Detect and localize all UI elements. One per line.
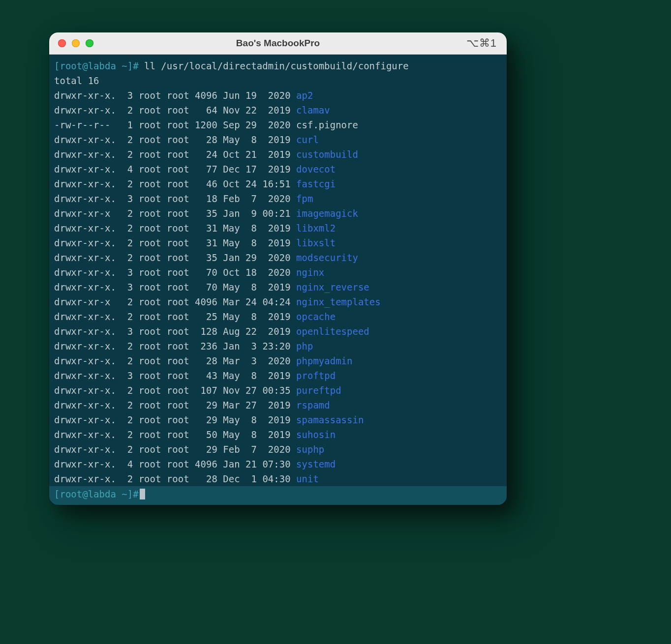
entry-name: rspamd [296,400,330,410]
entry-name: dovecot [296,164,336,175]
command-text: ll /usr/local/directadmin/custombuild/co… [144,60,409,71]
total-line: total 16 [54,75,99,86]
list-item: drwxr-xr-x. 2 root root 35 Jan 29 2020 m… [54,252,358,263]
entry-name: suhosin [296,429,336,440]
list-item: drwxr-xr-x. 4 root root 77 Dec 17 2019 d… [54,164,336,175]
entry-name: suphp [296,444,324,455]
list-item: drwxr-xr-x. 2 root root 236 Jan 3 23:20 … [54,341,313,351]
terminal-output[interactable]: [root@labda ~]# ll /usr/local/directadmi… [49,55,507,486]
list-item: drwxr-xr-x. 3 root root 128 Aug 22 2019 … [54,326,369,337]
list-item: drwxr-xr-x. 2 root root 31 May 8 2019 li… [54,223,336,234]
entry-name: openlitespeed [296,326,369,337]
list-item: drwxr-xr-x. 3 root root 70 May 8 2019 ng… [54,282,369,293]
prompt-line[interactable]: [root@labda ~]# [49,486,507,505]
list-item: drwxr-xr-x. 2 root root 64 Nov 22 2019 c… [54,105,330,116]
list-item: drwxr-xr-x. 2 root root 28 Dec 1 04:30 u… [54,473,319,484]
entry-name: phpmyadmin [296,355,352,366]
list-item: drwxr-xr-x 2 root root 4096 Mar 24 04:24… [54,296,381,307]
traffic-lights [58,39,93,47]
entry-name: custombuild [296,149,358,160]
entry-name: php [296,341,313,351]
window-title: Bao's MacbookPro [49,38,507,49]
entry-name: libxslt [296,237,336,248]
zoom-icon[interactable] [86,39,93,47]
list-item: -rw-r--r-- 1 root root 1200 Sep 29 2020 … [54,119,358,130]
entry-name: spamassassin [296,414,364,425]
list-item: drwxr-xr-x. 2 root root 29 Feb 7 2020 su… [54,444,324,455]
list-item: drwxr-xr-x. 3 root root 43 May 8 2019 pr… [54,370,336,381]
list-item: drwxr-xr-x. 3 root root 18 Feb 7 2020 fp… [54,193,313,204]
close-icon[interactable] [58,39,66,47]
prompt-user: [root@labda ~]# [54,60,139,71]
entry-name: imagemagick [296,208,358,219]
window-shortcut: ⌥⌘1 [466,37,497,50]
list-item: drwxr-xr-x. 3 root root 4096 Jun 19 2020… [54,90,313,101]
list-item: drwxr-xr-x. 2 root root 31 May 8 2019 li… [54,237,336,248]
titlebar: Bao's MacbookPro ⌥⌘1 [49,32,507,55]
list-item: drwxr-xr-x. 2 root root 24 Oct 21 2019 c… [54,149,358,160]
entry-name: clamav [296,105,330,116]
cursor-icon [140,489,145,499]
prompt-user-2: [root@labda ~]# [54,486,139,502]
minimize-icon[interactable] [72,39,80,47]
entry-name: libxml2 [296,223,336,234]
entry-name: fastcgi [296,178,336,189]
list-item: drwxr-xr-x. 2 root root 28 Mar 3 2020 ph… [54,355,352,366]
list-item: drwxr-xr-x. 2 root root 107 Nov 27 00:35… [54,385,341,396]
entry-name: curl [296,134,319,145]
list-item: drwxr-xr-x. 2 root root 29 Mar 27 2019 r… [54,400,330,410]
list-item: drwxr-xr-x. 4 root root 4096 Jan 21 07:3… [54,459,336,469]
list-item: drwxr-xr-x. 2 root root 25 May 8 2019 op… [54,311,336,322]
entry-name: unit [296,473,319,484]
list-item: drwxr-xr-x. 2 root root 50 May 8 2019 su… [54,429,336,440]
entry-name: nginx_templates [296,296,381,307]
entry-name: csf.pignore [296,119,358,130]
entry-name: systemd [296,459,336,469]
entry-name: nginx_reverse [296,282,369,293]
list-item: drwxr-xr-x. 2 root root 29 May 8 2019 sp… [54,414,364,425]
entry-name: fpm [296,193,313,204]
entry-name: ap2 [296,90,313,101]
list-item: drwxr-xr-x. 3 root root 70 Oct 18 2020 n… [54,267,324,278]
entry-name: nginx [296,267,324,278]
list-item: drwxr-xr-x. 2 root root 46 Oct 24 16:51 … [54,178,336,189]
entry-name: proftpd [296,370,336,381]
terminal-window: Bao's MacbookPro ⌥⌘1 [root@labda ~]# ll … [49,32,507,505]
list-item: drwxr-xr-x 2 root root 35 Jan 9 00:21 im… [54,208,358,219]
entry-name: modsecurity [296,252,358,263]
entry-name: opcache [296,311,336,322]
list-item: drwxr-xr-x. 2 root root 28 May 8 2019 cu… [54,134,319,145]
entry-name: pureftpd [296,385,341,396]
